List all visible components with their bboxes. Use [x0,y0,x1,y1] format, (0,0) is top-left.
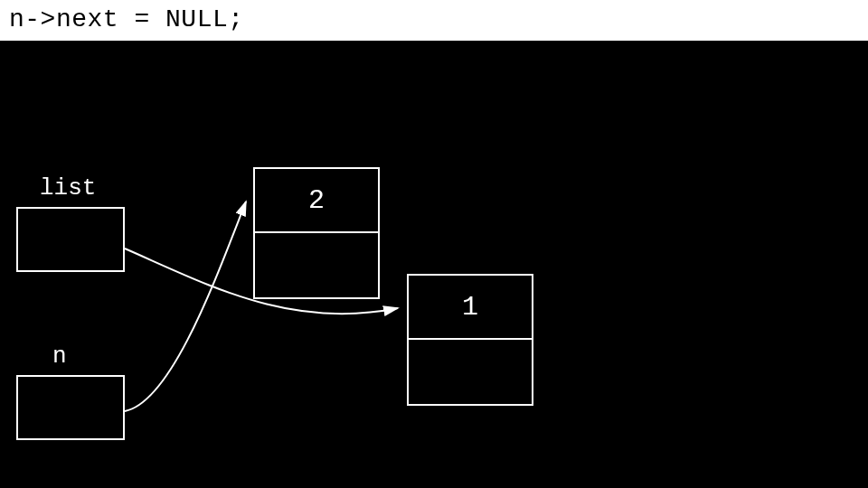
label-n: n [52,343,67,370]
node-box-1: 1 [407,274,533,406]
code-line: n->next = NULL; [0,0,868,41]
diagram-stage: list n 2 1 [0,41,868,488]
node-next-1 [409,340,532,404]
pointer-box-list [16,207,125,272]
arrow-n-to-2 [125,202,246,411]
node-value-2: 2 [255,169,378,233]
label-list: list [40,174,96,202]
node-next-2 [255,233,378,297]
pointer-box-n [16,375,125,440]
arrows-svg [0,41,868,488]
node-box-2: 2 [253,167,380,299]
node-value-1: 1 [409,276,532,340]
